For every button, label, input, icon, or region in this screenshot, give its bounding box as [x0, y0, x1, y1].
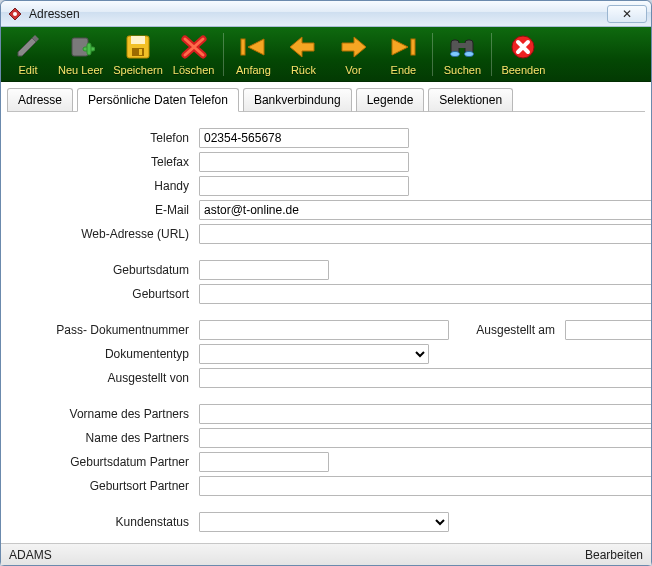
label-partner-ort: Geburtsort Partner — [11, 479, 191, 493]
first-arrow-icon — [236, 32, 270, 62]
svg-point-21 — [465, 52, 474, 57]
dokumenttyp-select[interactable] — [199, 344, 429, 364]
floppy-icon — [121, 32, 155, 62]
label-dokumenttyp: Dokumententyp — [11, 347, 191, 361]
last-label: Ende — [391, 64, 417, 76]
label-partner-geb: Geburtsdatum Partner — [11, 455, 191, 469]
titlebar: Adressen ✕ — [1, 1, 651, 27]
svg-rect-11 — [241, 39, 245, 55]
svg-rect-6 — [87, 43, 91, 55]
svg-rect-8 — [131, 36, 145, 44]
new-icon — [64, 32, 98, 62]
search-button[interactable]: Suchen — [439, 30, 485, 79]
label-geburtsdatum: Geburtsdatum — [11, 263, 191, 277]
first-button[interactable]: Anfang — [230, 30, 276, 79]
new-label: Neu Leer — [58, 64, 103, 76]
first-label: Anfang — [236, 64, 271, 76]
search-label: Suchen — [444, 64, 481, 76]
label-partner-name: Name des Partners — [11, 431, 191, 445]
toolbar: Edit Neu Leer Speichern Löschen Anfang — [1, 27, 651, 82]
new-button[interactable]: Neu Leer — [55, 30, 106, 79]
toolbar-separator — [432, 33, 433, 76]
tab-bank[interactable]: Bankverbindung — [243, 88, 352, 112]
label-ausgestellt-von: Ausgestellt von — [11, 371, 191, 385]
save-label: Speichern — [113, 64, 163, 76]
tab-selektionen[interactable]: Selektionen — [428, 88, 513, 112]
status-left: ADAMS — [9, 548, 52, 562]
svg-rect-9 — [132, 48, 144, 56]
tab-legende[interactable]: Legende — [356, 88, 425, 112]
svg-marker-13 — [290, 37, 314, 57]
kundenstatus-select[interactable] — [199, 512, 449, 532]
close-button[interactable]: Beenden — [498, 30, 548, 79]
close-icon: ✕ — [622, 7, 632, 21]
app-window: Adressen ✕ Edit Neu Leer Speichern — [0, 0, 652, 566]
partner-vorname-field[interactable] — [199, 404, 651, 424]
back-label: Rück — [291, 64, 316, 76]
last-arrow-icon — [386, 32, 420, 62]
label-telefon: Telefon — [11, 131, 191, 145]
toolbar-separator — [491, 33, 492, 76]
ausgestellt-von-field[interactable] — [199, 368, 651, 388]
delete-x-icon — [177, 32, 211, 62]
edit-button[interactable]: Edit — [5, 30, 51, 79]
label-kundenstatus: Kundenstatus — [11, 515, 191, 529]
label-ausgestellt-am: Ausgestellt am — [457, 323, 557, 337]
svg-marker-2 — [18, 38, 36, 56]
svg-rect-19 — [458, 43, 466, 48]
form-panel: Telefon Telefax Handy E-Mail Web-Adresse… — [1, 112, 651, 543]
web-field[interactable] — [199, 224, 651, 244]
last-button[interactable]: Ende — [380, 30, 426, 79]
binoculars-icon — [445, 32, 479, 62]
label-passnr: Pass- Dokumentnummer — [11, 323, 191, 337]
forward-button[interactable]: Vor — [330, 30, 376, 79]
email-field[interactable] — [199, 200, 651, 220]
partner-name-field[interactable] — [199, 428, 651, 448]
geburtsdatum-field[interactable] — [199, 260, 329, 280]
close-circle-icon — [506, 32, 540, 62]
label-email: E-Mail — [11, 203, 191, 217]
tabstrip: Adresse Persönliche Daten Telefon Bankve… — [1, 82, 651, 112]
svg-point-1 — [13, 12, 17, 16]
partner-geb-field[interactable] — [199, 452, 329, 472]
delete-label: Löschen — [173, 64, 215, 76]
back-arrow-icon — [286, 32, 320, 62]
handy-field[interactable] — [199, 176, 409, 196]
toolbar-separator — [223, 33, 224, 76]
svg-rect-10 — [139, 49, 142, 55]
telefon-field[interactable] — [199, 128, 409, 148]
delete-button[interactable]: Löschen — [170, 30, 218, 79]
status-right: Bearbeiten — [585, 548, 643, 562]
svg-point-20 — [451, 52, 460, 57]
window-title: Adressen — [29, 7, 80, 21]
label-web: Web-Adresse (URL) — [11, 227, 191, 241]
telefax-field[interactable] — [199, 152, 409, 172]
tab-personal[interactable]: Persönliche Daten Telefon — [77, 88, 239, 112]
edit-label: Edit — [19, 64, 38, 76]
passnr-field[interactable] — [199, 320, 449, 340]
ausgestellt-am-field[interactable] — [565, 320, 651, 340]
svg-marker-15 — [392, 39, 408, 55]
svg-marker-12 — [248, 39, 264, 55]
app-icon — [7, 6, 23, 22]
label-geburtsort: Geburtsort — [11, 287, 191, 301]
forward-arrow-icon — [336, 32, 370, 62]
svg-marker-14 — [342, 37, 366, 57]
geburtsort-field[interactable] — [199, 284, 651, 304]
partner-ort-field[interactable] — [199, 476, 651, 496]
save-button[interactable]: Speichern — [110, 30, 166, 79]
pencil-icon — [11, 32, 45, 62]
label-partner-vorname: Vorname des Partners — [11, 407, 191, 421]
label-telefax: Telefax — [11, 155, 191, 169]
svg-rect-16 — [411, 39, 415, 55]
statusbar: ADAMS Bearbeiten — [1, 543, 651, 565]
window-close-button[interactable]: ✕ — [607, 5, 647, 23]
label-handy: Handy — [11, 179, 191, 193]
back-button[interactable]: Rück — [280, 30, 326, 79]
close-label: Beenden — [501, 64, 545, 76]
tab-adresse[interactable]: Adresse — [7, 88, 73, 112]
forward-label: Vor — [345, 64, 362, 76]
